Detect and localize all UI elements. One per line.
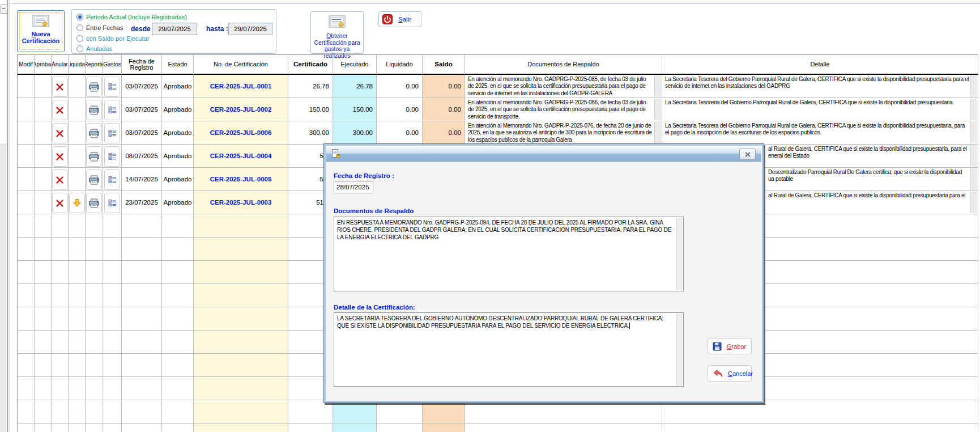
grabar-button[interactable]: Grabar (708, 338, 752, 354)
textarea-scrollbar[interactable] (676, 314, 683, 386)
left-panel-strip-lower (0, 143, 7, 432)
cell-saldo: 0.00 (423, 121, 465, 145)
gastos-icon-button[interactable] (104, 193, 120, 213)
empty-row (18, 423, 978, 432)
dialog-fecha-input[interactable]: 28/07/2025 (334, 181, 373, 193)
dialog-close-button[interactable] (739, 149, 756, 160)
cell-fecha: 03/07/2025 (122, 98, 162, 121)
reporte-icon-button[interactable] (86, 193, 102, 213)
col-header-gastos: Gastos (103, 55, 122, 75)
cell-aprobar (35, 145, 52, 168)
desde-input[interactable]: 29/07/2025 (152, 23, 197, 35)
col-header-anular: Anular (52, 55, 69, 75)
cell-no-certificacion[interactable]: CER-2025-JUL-0003 (194, 191, 288, 214)
gastos-icon-button[interactable] (104, 170, 120, 190)
cell-liquidar (69, 145, 86, 168)
gastos-icon-button[interactable] (104, 123, 120, 143)
anular-icon-button[interactable] (52, 100, 68, 120)
cell-gastos (103, 168, 122, 191)
dialog-documentos-textarea[interactable]: EN RESPUESTA A MEMORANDO Nro. GADPRG-P-2… (334, 217, 684, 291)
cell-no-certificacion[interactable]: CER-2025-JUL-0005 (194, 168, 288, 191)
gastos-icon-button[interactable] (104, 100, 120, 120)
cell-reporte (86, 98, 103, 121)
radio-entre-fechas-label: Entre Fechas (86, 24, 123, 31)
content-top-border (9, 3, 980, 4)
col-header-liquidado: Liquidado (377, 55, 423, 75)
cell-documentos: En atención al memorando Nro. GADPRG-P-2… (465, 75, 662, 98)
hasta-input[interactable]: 29/07/2025 (228, 23, 272, 35)
cell-liquidar (69, 75, 86, 98)
radio-selected-icon (76, 14, 83, 20)
reporte-icon-button[interactable] (86, 77, 102, 97)
certification-edit-dialog: Fecha de Registro : 28/07/2025 Documento… (323, 143, 764, 403)
gastos-icon-button[interactable] (104, 77, 120, 97)
cell-liquidar (69, 191, 86, 214)
col-header-aprobar: Aprobar (35, 55, 52, 75)
cell-scrollbar[interactable] (970, 192, 977, 213)
table-header-row: Modif Aprobar Anular Liquidar Reporte Ga… (18, 55, 978, 75)
cell-gastos (103, 75, 122, 98)
cell-ejecutado: 300.00 (333, 121, 377, 145)
cell-no-certificacion[interactable]: CER-2025-JUL-0006 (194, 121, 288, 145)
cell-scrollbar[interactable] (970, 99, 977, 120)
radio-anuladas[interactable]: Anuladas (76, 45, 112, 53)
floppy-disk-icon (713, 342, 722, 351)
cell-modif (18, 121, 35, 145)
cell-scrollbar[interactable] (654, 75, 661, 97)
textarea-scrollbar[interactable] (676, 218, 683, 290)
cell-scrollbar[interactable] (970, 75, 977, 97)
reporte-icon-button[interactable] (86, 146, 102, 167)
reporte-icon-button[interactable] (86, 170, 102, 190)
anular-icon-button[interactable] (52, 170, 68, 190)
dialog-detalle-textarea[interactable]: LA SECRETARIA TESORERA DEL GOBIERNO AUTO… (334, 312, 684, 387)
app-window: Nueva Certificación Periodo Actual (Incl… (0, 0, 980, 432)
cell-no-certificacion[interactable]: CER-2025-JUL-0001 (194, 75, 288, 98)
col-header-certificado: Certificado (288, 55, 333, 75)
cell-no-certificacion[interactable]: CER-2025-JUL-0002 (194, 98, 288, 121)
panel-splitter[interactable] (7, 0, 10, 432)
certificate-icon (329, 15, 346, 31)
cell-anular (52, 121, 69, 145)
anular-icon-button[interactable] (52, 146, 68, 167)
radio-unselected-icon (76, 45, 83, 52)
cell-no-certificacion[interactable]: CER-2025-JUL-0004 (194, 145, 288, 168)
radio-con-saldo[interactable]: con Saldo por Ejecutar (76, 35, 149, 43)
cell-certificado: 26.78 (288, 75, 333, 98)
salir-button[interactable]: Salir (378, 11, 421, 27)
cell-fecha: 03/07/2025 (122, 121, 162, 145)
table-row: 03/07/2025AprobadoCER-2025-JUL-0006300.0… (18, 121, 978, 145)
radio-unselected-icon (76, 35, 83, 42)
cell-scrollbar[interactable] (970, 145, 977, 167)
table-row: 03/07/2025AprobadoCER-2025-JUL-0002150.0… (18, 98, 978, 121)
grabar-label: Grabar (727, 343, 746, 350)
cell-scrollbar[interactable] (654, 99, 661, 120)
reporte-icon-button[interactable] (86, 123, 102, 143)
radio-periodo-actual[interactable]: Periodo Actual (Incluye Registradas) (76, 13, 187, 21)
dialog-titlebar[interactable] (326, 146, 761, 162)
liquidar-icon-button[interactable] (69, 193, 85, 213)
radio-entre-fechas[interactable]: Entre Fechas (76, 24, 123, 32)
cell-reporte (86, 191, 103, 214)
cell-liquidar (69, 98, 86, 121)
cell-scrollbar[interactable] (970, 122, 977, 143)
cell-saldo: 0.00 (423, 75, 465, 98)
cell-liquidar (69, 168, 86, 191)
cell-scrollbar[interactable] (654, 122, 661, 143)
salir-label: Salir (398, 16, 411, 23)
reporte-icon-button[interactable] (86, 100, 102, 120)
cell-estado: Aprobado (162, 121, 194, 145)
cell-scrollbar[interactable] (970, 168, 977, 190)
dialog-fecha-label: Fecha de Registro : (334, 172, 394, 179)
nueva-certificacion-button[interactable]: Nueva Certificación (17, 10, 65, 52)
anular-icon-button[interactable] (52, 193, 68, 213)
cell-anular (52, 75, 69, 98)
anular-icon-button[interactable] (52, 77, 68, 97)
cell-modif (18, 98, 35, 121)
obtener-certificacion-button[interactable]: Obtener Certificación para gastos ya rea… (310, 11, 364, 54)
cell-fecha: 03/07/2025 (122, 75, 162, 98)
cell-estado: Aprobado (162, 191, 194, 214)
anular-icon-button[interactable] (52, 123, 68, 143)
cancelar-button[interactable]: Cancelar (708, 365, 752, 382)
gastos-icon-button[interactable] (104, 146, 120, 167)
cell-gastos (103, 121, 122, 145)
